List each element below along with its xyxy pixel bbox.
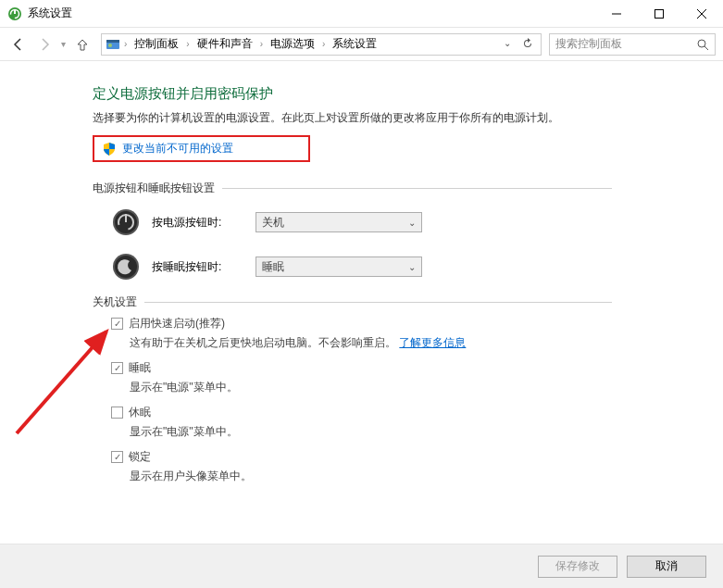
window-title: 系统设置 [28, 6, 595, 21]
svg-rect-8 [106, 40, 119, 43]
address-dropdown-button[interactable]: ⌄ [500, 36, 515, 53]
power-button-icon [111, 207, 141, 237]
address-bar[interactable]: › 控制面板 › 硬件和声音 › 电源选项 › 系统设置 ⌄ [101, 33, 542, 56]
learn-more-link[interactable]: 了解更多信息 [399, 336, 466, 349]
sleep-button-icon [111, 252, 141, 281]
breadcrumb-item[interactable]: 电源选项 [267, 34, 318, 54]
chevron-right-icon: › [122, 39, 129, 49]
svg-rect-4 [655, 9, 664, 18]
chevron-right-icon: › [320, 39, 327, 49]
checkbox-icon [111, 407, 123, 419]
maximize-button[interactable] [638, 0, 680, 28]
control-panel-icon [106, 37, 120, 52]
svg-point-9 [108, 44, 112, 47]
window-controls [595, 0, 723, 28]
chevron-right-icon: › [258, 39, 265, 49]
refresh-button[interactable] [518, 36, 537, 53]
buttons-section-label: 电源按钮和睡眠按钮设置 [93, 181, 612, 196]
save-button[interactable]: 保存修改 [538, 556, 617, 578]
svg-line-11 [704, 46, 708, 50]
hibernate-checkbox[interactable]: 休眠 [111, 405, 723, 420]
checkbox-icon [111, 362, 123, 374]
search-placeholder: 搜索控制面板 [555, 36, 696, 52]
breadcrumb-item[interactable]: 系统设置 [329, 34, 380, 54]
search-icon [696, 38, 709, 51]
navbar: ▾ › 控制面板 › 硬件和声音 › 电源选项 › 系统设置 ⌄ 搜索控制面板 [0, 28, 723, 61]
sleep-button-select[interactable]: 睡眠 ⌄ [256, 256, 422, 277]
fast-startup-checkbox[interactable]: 启用快速启动(推荐) [111, 316, 723, 332]
window-titlebar: 系统设置 [0, 0, 723, 28]
content-area: 定义电源按钮并启用密码保护 选择要为你的计算机设置的电源设置。在此页上对设置所做… [0, 63, 723, 544]
chevron-right-icon: › [184, 39, 191, 49]
checkbox-icon [111, 451, 123, 463]
page-description: 选择要为你的计算机设置的电源设置。在此页上对设置所做的更改将应用于你所有的电源计… [93, 110, 723, 126]
power-button-select[interactable]: 关机 ⌄ [256, 212, 422, 232]
hibernate-desc: 显示在"电源"菜单中。 [93, 422, 723, 447]
cancel-button[interactable]: 取消 [627, 556, 706, 578]
history-dropdown[interactable]: ▾ [59, 39, 68, 49]
svg-point-10 [698, 40, 705, 47]
footer: 保存修改 取消 [0, 544, 723, 588]
up-button[interactable] [71, 33, 93, 56]
minimize-button[interactable] [595, 0, 638, 28]
breadcrumb-item[interactable]: 控制面板 [131, 34, 182, 54]
chevron-down-icon: ⌄ [408, 262, 416, 272]
shutdown-section-label: 关机设置 [93, 294, 612, 310]
sleep-button-row: 按睡眠按钮时: 睡眠 ⌄ [93, 244, 612, 289]
checkbox-icon [111, 318, 123, 330]
search-input[interactable]: 搜索控制面板 [549, 33, 716, 56]
change-unavailable-settings-link[interactable]: 更改当前不可用的设置 [93, 135, 310, 162]
uac-shield-icon [102, 142, 117, 156]
app-icon [7, 6, 22, 21]
breadcrumb-item[interactable]: 硬件和声音 [193, 34, 256, 54]
admin-link-text: 更改当前不可用的设置 [122, 141, 233, 156]
sleep-checkbox[interactable]: 睡眠 [111, 360, 723, 376]
fast-startup-desc: 这有助于在关机之后更快地启动电脑。不会影响重启。 了解更多信息 [93, 333, 723, 358]
svg-rect-15 [125, 214, 127, 222]
page-heading: 定义电源按钮并启用密码保护 [93, 85, 723, 103]
back-button[interactable] [7, 33, 30, 56]
close-button[interactable] [680, 0, 723, 28]
power-button-row: 按电源按钮时: 关机 ⌄ [93, 200, 612, 244]
forward-button[interactable] [33, 33, 56, 56]
chevron-down-icon: ⌄ [408, 218, 416, 228]
lock-desc: 显示在用户头像菜单中。 [93, 467, 723, 492]
sleep-desc: 显示在"电源"菜单中。 [93, 378, 723, 403]
sleep-button-label: 按睡眠按钮时: [152, 259, 244, 275]
lock-checkbox[interactable]: 锁定 [111, 449, 723, 465]
power-button-label: 按电源按钮时: [152, 215, 244, 231]
